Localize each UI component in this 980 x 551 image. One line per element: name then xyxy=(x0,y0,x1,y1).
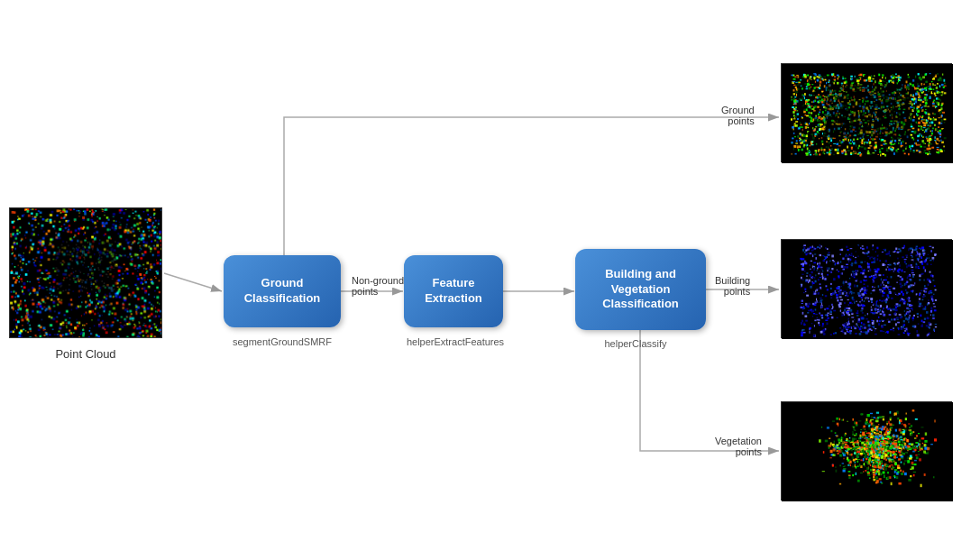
helper-extract-label: helperExtractFeatures xyxy=(397,336,514,347)
svg-line-1 xyxy=(164,273,222,291)
building-veg-label: Building andVegetationClassification xyxy=(602,267,679,313)
vegetation-output-image xyxy=(781,401,952,500)
point-cloud-label: Point Cloud xyxy=(9,347,162,361)
point-cloud-image xyxy=(9,207,162,338)
building-output-image xyxy=(781,239,952,338)
feature-extraction-box: FeatureExtraction xyxy=(404,255,503,327)
vegetation-points-label: Vegetationpoints xyxy=(715,436,762,457)
ground-classification-label: GroundClassification xyxy=(244,276,321,307)
segment-ground-label: segmentGroundSMRF xyxy=(224,336,341,347)
ground-output-image xyxy=(781,63,952,162)
helper-classify-label: helperClassify xyxy=(568,338,703,349)
building-veg-classification-box: Building andVegetationClassification xyxy=(575,249,706,330)
feature-extraction-label: FeatureExtraction xyxy=(425,276,482,307)
non-ground-label: Non-groundpoints xyxy=(352,275,404,297)
ground-points-label: Groundpoints xyxy=(721,105,755,126)
building-points-label: Buildingpoints xyxy=(715,275,750,297)
diagram-container: Point Cloud GroundClassification segment… xyxy=(0,0,980,551)
ground-classification-box: GroundClassification xyxy=(224,255,341,327)
